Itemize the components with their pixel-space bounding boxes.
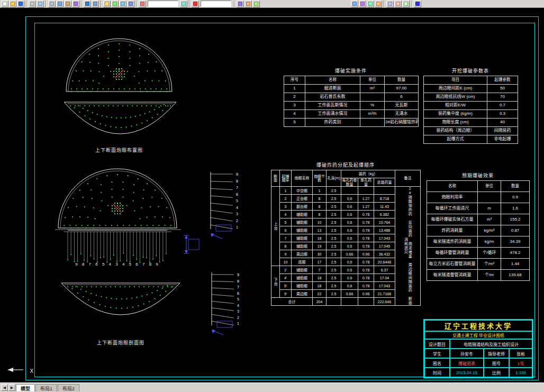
named-views-icon (352, 2, 357, 6)
match-properties-icon (74, 2, 78, 6)
svg-text:1: 1 (237, 322, 239, 326)
layout-tabbar: ◀▶模型布局1布局2 (0, 382, 544, 392)
paste-button[interactable] (64, 1, 71, 7)
tab-scroll-next-button[interactable]: ▶ (8, 384, 15, 391)
svg-text:2: 2 (236, 219, 238, 223)
toolbar-separator (189, 1, 190, 7)
zoom-previous-icon (129, 2, 133, 6)
toolbar-separator (136, 1, 137, 7)
tool-palettes-icon (254, 2, 258, 6)
region-icon (376, 2, 380, 6)
design-title-value: 电缆隧道结构及施工组织设计 (450, 339, 532, 349)
toolbar-separator (46, 1, 47, 7)
svg-text:9: 9 (237, 273, 239, 277)
properties-icon (238, 2, 242, 6)
new-file-icon (3, 2, 7, 6)
help-button[interactable] (414, 1, 421, 7)
3d-orbit-icon (360, 2, 365, 6)
move-button[interactable] (386, 1, 394, 7)
plan-view-label: 上下断面炮眼布置图 (77, 147, 161, 153)
color-control-button[interactable] (192, 1, 199, 7)
layer-control-dropdown[interactable] (148, 1, 178, 7)
table: 断面起爆顺序炮眼名称炮眼个数孔深(m)装药（kg）备注每孔药卷数量单孔药量总装药… (271, 170, 421, 306)
tool-palettes-button[interactable] (252, 1, 260, 7)
design-center-icon (246, 2, 250, 6)
open-file-icon (11, 2, 15, 6)
toolbar-separator (81, 1, 82, 7)
date-value: 2015.04.15 (450, 368, 484, 377)
pan-icon (105, 2, 109, 6)
svg-text:9: 9 (236, 172, 238, 177)
layer-previous-icon (182, 2, 186, 6)
print-preview-icon (38, 2, 42, 6)
scale-label: 比例 (484, 368, 509, 377)
print-preview-button[interactable] (37, 1, 44, 7)
drawing-name-value: 爆破图表 (450, 358, 484, 368)
layer-previous-button[interactable] (180, 1, 187, 7)
drawing-no-value: 1号 (509, 358, 532, 368)
svg-text:8: 8 (237, 279, 239, 284)
properties-button[interactable] (237, 1, 244, 7)
tab-model[interactable]: 模型 (16, 384, 35, 391)
svg-text:4: 4 (237, 304, 240, 308)
rotate-button[interactable] (394, 1, 402, 7)
svg-text:1: 1 (236, 225, 238, 230)
pan-button[interactable] (103, 1, 111, 7)
svg-text:5: 5 (237, 297, 239, 302)
expected-effects-title: 预期爆破效果 (427, 172, 529, 179)
table: 项目起爆参数周边眼间距E (cm)50周边眼抵抗线W (cm)70相对距E/W0… (423, 76, 518, 144)
svg-text:X: X (30, 368, 34, 374)
svg-text:7: 7 (237, 285, 239, 289)
drawing-canvas[interactable]: 987654321987654321X 上下断面炮眼布置图 上下断面炮眼剖面图 … (0, 8, 544, 382)
title-block: 辽宁工程技术大学 交通土建工程 毕业设计图纸 设计题目 电缆隧道结构及施工组织设… (423, 319, 533, 378)
copy-icon (58, 2, 62, 6)
scale-button[interactable] (402, 1, 410, 7)
new-file-button[interactable] (1, 1, 8, 7)
print-icon (30, 2, 34, 6)
design-title-label: 设计题目 (424, 339, 450, 349)
match-properties-button[interactable] (72, 1, 79, 7)
help-icon (415, 2, 420, 6)
tab-scroll-prev-button[interactable]: ◀ (1, 384, 8, 391)
save-button[interactable] (17, 1, 24, 7)
advisor-label: 指导老师 (484, 349, 509, 358)
scale-value: 1:100 (509, 368, 532, 377)
charge-distribution-table: 爆破炸药分配及起爆顺序 断面起爆顺序炮眼名称炮眼个数孔深(m)装药（kg）备注每… (271, 161, 420, 306)
blast-sequence-numbers: 9 8 7 6 5 4 3 4 5 6 7 8 9 (61, 262, 174, 267)
linetype-control-dropdown[interactable] (201, 1, 231, 7)
named-views-button[interactable] (351, 1, 358, 7)
region-button[interactable] (375, 1, 382, 7)
university-name: 辽宁工程技术大学 (424, 320, 532, 331)
svg-text:6: 6 (237, 291, 240, 296)
layer-properties-button[interactable] (139, 1, 146, 7)
title-block-subtitle: 交通土建工程 毕业设计图纸 (424, 331, 532, 339)
copy-button[interactable] (56, 1, 64, 7)
paste-icon (66, 2, 70, 6)
print-button[interactable] (29, 1, 36, 7)
svg-text:5: 5 (236, 199, 238, 203)
design-center-button[interactable] (244, 1, 252, 7)
3d-orbit-button[interactable] (359, 1, 366, 7)
scale-icon (404, 2, 408, 6)
expected-effects-table: 预期爆破效果 名称单位数量炮眼利用率0.9每循环工作面进尺m1.6每循环爆破实体… (427, 172, 529, 281)
zoom-window-button[interactable] (119, 1, 126, 7)
redo-icon (93, 2, 97, 6)
student-name: 孙安冬 (450, 349, 484, 358)
svg-text:3: 3 (236, 212, 238, 216)
blasting-conditions-title: 爆破实施条件 (284, 67, 418, 74)
zoom-realtime-button[interactable] (111, 1, 119, 7)
open-file-button[interactable] (9, 1, 16, 7)
redo-button[interactable] (92, 1, 99, 7)
move-icon (388, 2, 392, 6)
table: 序号名称单位数量1掘进断面m²97.002岩石普氏系数63工作面瓦斯情况%无瓦斯… (284, 76, 419, 127)
cut-button[interactable] (48, 1, 56, 7)
tab-layout2[interactable]: 布局2 (58, 384, 79, 391)
svg-text:8: 8 (236, 179, 238, 184)
undo-button[interactable] (84, 1, 91, 7)
zoom-previous-button[interactable] (127, 1, 134, 7)
tab-layout1[interactable]: 布局1 (35, 384, 57, 391)
distance-icon (368, 2, 373, 6)
table: 名称单位数量炮眼利用率0.9每循环工作面进尺m1.6每循环爆破实体石方量m³15… (427, 180, 530, 281)
distance-button[interactable] (367, 1, 374, 7)
toolbar (0, 0, 544, 8)
